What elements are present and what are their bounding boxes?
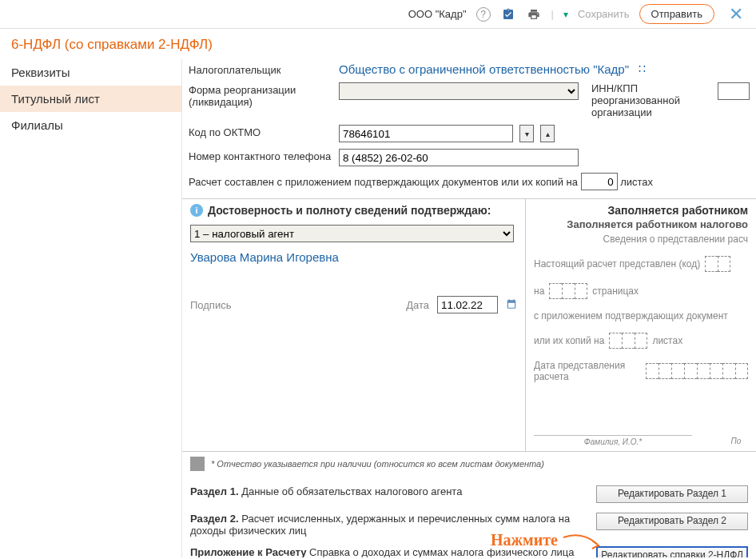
gray-square-icon — [190, 457, 205, 471]
section2-bold: Раздел 2. — [190, 513, 239, 525]
inn-label: ИНН/КПП реорганизованной организации — [591, 82, 711, 118]
signature-label: Подпись — [190, 299, 231, 311]
oktmo-dropdown-icon[interactable]: ▾ — [519, 125, 534, 142]
right-sub: Заполняется работником налогово — [534, 218, 748, 230]
callout-annotation: Нажмите — [491, 529, 602, 553]
date-cells — [646, 363, 748, 379]
code-cells — [705, 256, 730, 272]
list-icon[interactable]: ∷ — [639, 62, 646, 75]
person-link[interactable]: Уварова Марина Игоревна — [190, 250, 517, 264]
edit-section1-button[interactable]: Редактировать Раздел 1 — [596, 485, 748, 503]
inn-input[interactable] — [718, 82, 750, 100]
taxpayer-label: Налогоплательщик — [189, 62, 332, 76]
print-icon[interactable] — [526, 6, 542, 22]
help-icon[interactable]: ? — [476, 7, 491, 22]
right-note: Сведения о представлении расч — [534, 234, 748, 245]
clipboard-icon[interactable] — [500, 6, 516, 22]
content: Налогоплательщик Общество с ограниченной… — [182, 59, 756, 557]
row2-pre: на — [534, 285, 544, 297]
pages-cells — [549, 283, 587, 299]
org-name: ООО "Кадр" — [408, 8, 467, 20]
sidebar-item-title-page[interactable]: Титульный лист — [0, 86, 181, 112]
title-bar: 6-НДФЛ (со справками 2-НДФЛ) — [0, 29, 756, 59]
footnote-text: * Отчество указывается при наличии (отно… — [211, 459, 544, 469]
section1-text: Данные об обязательствах налогового аген… — [239, 485, 463, 497]
close-icon[interactable]: ✕ — [724, 4, 748, 25]
edit-section2-button[interactable]: Редактировать Раздел 2 — [596, 513, 748, 530]
reorg-select[interactable] — [339, 82, 579, 100]
oktmo-input[interactable] — [339, 125, 513, 142]
calc-suffix: листах — [620, 176, 653, 188]
row4-pre: или их копий на — [534, 335, 604, 346]
right-title: Заполняется работником — [534, 204, 748, 217]
row2-suf: страницах — [592, 285, 639, 297]
save-button: Сохранить — [578, 8, 630, 20]
calc-prefix: Расчет составлен с приложением подтвержд… — [189, 176, 578, 188]
date-input[interactable] — [437, 296, 498, 313]
cert-header: Достоверность и полноту сведений подтвер… — [208, 204, 491, 217]
row5: Дата представления расчета — [534, 360, 638, 382]
row4-suf: листах — [652, 335, 682, 346]
send-button[interactable]: Отправить — [639, 4, 714, 24]
calendar-icon[interactable] — [506, 298, 517, 312]
oktmo-label: Код по ОКТМО — [189, 125, 332, 138]
taxpayer-link[interactable]: Общество с ограниченной ответственностью… — [339, 62, 629, 76]
chevron-down-icon[interactable]: ▾ — [563, 9, 568, 20]
oktmo-up-icon[interactable]: ▴ — [540, 125, 555, 142]
row3: с приложением подтверждающих документ — [534, 310, 728, 321]
agent-select[interactable]: 1 – налоговый агент — [190, 225, 514, 242]
po-label: По — [724, 435, 748, 445]
section1-bold: Раздел 1. — [190, 485, 239, 497]
sidebar-item-requisites[interactable]: Реквизиты — [0, 59, 181, 86]
edit-2ndfl-button[interactable]: Редактировать справки 2-НДФЛ — [596, 546, 748, 557]
phone-input[interactable] — [339, 149, 579, 166]
info-icon[interactable]: i — [190, 204, 203, 217]
date-label: Дата — [406, 299, 429, 311]
sheets-cells — [609, 333, 647, 349]
page-title: 6-НДФЛ (со справками 2-НДФЛ) — [11, 37, 745, 53]
row1-pre: Настоящий расчет представлен (код) — [534, 258, 700, 270]
phone-label: Номер контактного телефона — [189, 149, 332, 162]
fam-label: Фамилия, И.О.* — [534, 435, 692, 446]
reorg-label: Форма реорганизации (ликвидация) — [189, 82, 332, 108]
sidebar: Реквизиты Титульный лист Филиалы — [0, 59, 182, 557]
divider: | — [551, 8, 554, 20]
sidebar-item-branches[interactable]: Филиалы — [0, 112, 181, 138]
topbar: ООО "Кадр" ? | ▾ Сохранить Отправить ✕ — [0, 0, 756, 29]
section3-bold: Приложение к Расчету — [190, 546, 306, 557]
calc-pages-input[interactable] — [581, 173, 618, 190]
